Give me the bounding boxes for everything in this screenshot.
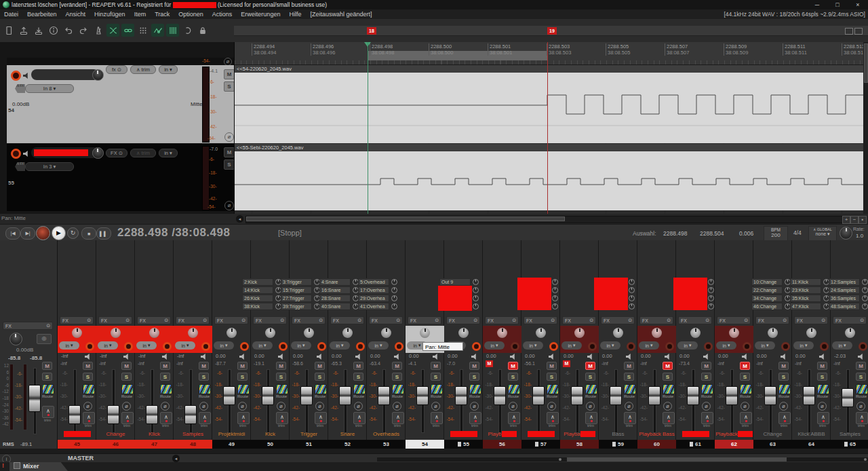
input-fx-select[interactable]: In 8▾: [25, 84, 74, 93]
strip-number[interactable]: 64: [792, 440, 831, 449]
send-pan-knob[interactable]: [391, 295, 397, 301]
solo-button[interactable]: S: [856, 373, 866, 381]
send-target[interactable]: 10:Change: [751, 278, 783, 286]
route-icon[interactable]: [508, 384, 520, 394]
speaker-icon[interactable]: [819, 354, 825, 361]
solo-button[interactable]: S: [315, 373, 325, 381]
send-pan-knob[interactable]: [473, 295, 479, 301]
mute-button[interactable]: M: [856, 362, 866, 370]
pan-knob[interactable]: [536, 328, 546, 338]
solo-button[interactable]: S: [83, 373, 93, 381]
speaker-icon[interactable]: [23, 151, 29, 158]
strip-fx-button[interactable]: FX⊙: [639, 316, 673, 324]
volume-value[interactable]: 0.00: [525, 353, 535, 359]
send-target[interactable]: 36:Samples: [829, 295, 860, 302]
item-grouping-icon[interactable]: [121, 24, 134, 37]
send-target[interactable]: 38:Kick: [242, 303, 273, 310]
phase-button[interactable]: ø: [856, 402, 865, 411]
mute-button[interactable]: M: [585, 362, 595, 370]
phase-button[interactable]: ø: [238, 402, 247, 411]
master-fader[interactable]: [28, 368, 39, 433]
time-signature[interactable]: 4/4: [793, 229, 802, 236]
pan-knob[interactable]: [613, 328, 623, 338]
volume-value[interactable]: -inf: [100, 353, 106, 359]
phase-button[interactable]: ø: [586, 402, 595, 411]
phase-button[interactable]: ø: [741, 402, 749, 411]
record-arm-button[interactable]: [781, 342, 790, 351]
send-target[interactable]: 28:Snare: [319, 295, 351, 302]
strip-fx-button[interactable]: FX⊙: [717, 316, 751, 324]
record-arm-button[interactable]: [588, 342, 597, 351]
route-icon[interactable]: [624, 384, 636, 394]
track-panel-55[interactable]: FX⊙ ∧trim in▾ IN FX In 3▾ 55 -7.0 -6- -1…: [7, 144, 234, 211]
time-selection[interactable]: [368, 51, 547, 60]
send-pan-knob[interactable]: [862, 279, 868, 285]
menu-item-5[interactable]: Track: [155, 10, 170, 19]
route-icon[interactable]: [83, 384, 95, 394]
route-icon[interactable]: [121, 384, 134, 394]
trim-button[interactable]: ∧: [42, 406, 54, 418]
trim-button[interactable]: ∧: [624, 412, 636, 424]
open-project-icon[interactable]: [17, 24, 30, 37]
pan-knob[interactable]: [729, 328, 739, 338]
strip-fx-button[interactable]: FX⊙: [601, 316, 635, 324]
solo-button[interactable]: S: [817, 373, 827, 381]
strip-number[interactable]: 61: [676, 440, 715, 449]
solo-button[interactable]: S: [431, 373, 441, 381]
route-icon[interactable]: [431, 384, 443, 394]
pan-knob[interactable]: [149, 328, 159, 338]
phase-button[interactable]: ø: [663, 402, 672, 411]
phase-button[interactable]: ø: [393, 402, 401, 411]
volume-fader[interactable]: [494, 369, 505, 432]
volume-fader[interactable]: [610, 369, 620, 432]
marker-flag-19[interactable]: 19: [547, 27, 557, 35]
menu-item-0[interactable]: Datei: [4, 10, 18, 19]
menu-item-3[interactable]: Hinzufügen: [94, 10, 125, 19]
solo-button[interactable]: S: [547, 373, 557, 381]
volume-fader[interactable]: [687, 369, 698, 432]
send-pan-knob[interactable]: [552, 279, 558, 285]
snap-grid-icon[interactable]: [166, 24, 179, 37]
media-item-54[interactable]: <<54-220620_2045.wav: [235, 65, 868, 143]
input-select[interactable]: in▾: [98, 341, 118, 350]
lock-icon[interactable]: [196, 24, 209, 37]
strip-fx-button[interactable]: FX⊙: [98, 316, 132, 324]
send-target[interactable]: 29:Overhea: [358, 295, 389, 302]
strip-number[interactable]: 46: [96, 440, 135, 449]
record-arm-button[interactable]: [472, 342, 481, 351]
phase-button[interactable]: ø: [224, 132, 234, 142]
send-target[interactable]: 16:Snare: [319, 286, 351, 294]
project-info-icon[interactable]: [47, 24, 60, 37]
pan-knob[interactable]: [72, 328, 82, 338]
speaker-icon[interactable]: [665, 354, 671, 361]
route-icon[interactable]: [701, 384, 713, 394]
bpm-box[interactable]: BPM 200: [764, 226, 788, 241]
speaker-icon[interactable]: [201, 354, 207, 361]
route-icon[interactable]: [469, 384, 481, 394]
send-target[interactable]: 12:Samples: [829, 278, 860, 286]
phase-button[interactable]: ø: [224, 201, 234, 210]
fader-handle[interactable]: [494, 386, 506, 405]
menu-item-6[interactable]: Optionen: [178, 10, 203, 19]
volume-fader[interactable]: [455, 369, 466, 432]
strip-fx-button[interactable]: FX⊙: [446, 316, 480, 324]
mute-button[interactable]: M: [778, 362, 789, 370]
solo-button[interactable]: S: [778, 373, 789, 381]
send-target[interactable]: 41:Overhea: [358, 303, 389, 310]
fader-handle[interactable]: [300, 386, 313, 405]
mute-button[interactable]: M: [224, 147, 235, 157]
trim-button[interactable]: ∧: [585, 412, 597, 424]
send-pan-knob[interactable]: [708, 279, 714, 285]
volume-fader[interactable]: [339, 369, 350, 432]
master-strip[interactable]: FX⊙ ◎ 0.00dB -85.8 -85.8 1260-6-12-18-24…: [0, 240, 58, 453]
trim-envelope-button[interactable]: ∧trim: [130, 65, 156, 74]
speaker-icon[interactable]: [278, 354, 284, 361]
record-arm-button[interactable]: [549, 342, 558, 351]
volume-fader[interactable]: [532, 369, 543, 432]
new-project-icon[interactable]: [2, 24, 15, 37]
input-select[interactable]: in▾: [600, 341, 620, 350]
relative-snap-icon[interactable]: [181, 24, 194, 37]
speaker-icon[interactable]: [742, 354, 748, 361]
vertical-scrollbar[interactable]: [863, 42, 868, 214]
mute-button[interactable]: M: [508, 362, 518, 370]
